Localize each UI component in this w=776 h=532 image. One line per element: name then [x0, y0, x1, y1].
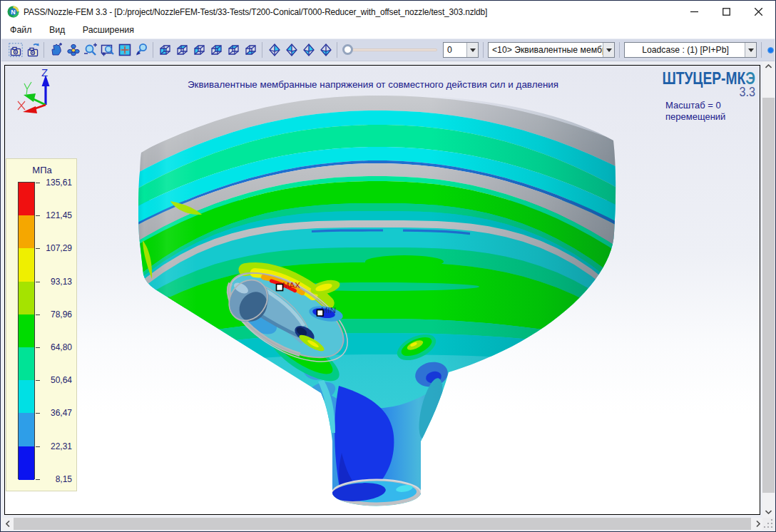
view-right-button[interactable] — [208, 42, 224, 58]
scale-spinner-arrow[interactable] — [466, 43, 478, 57]
horizontal-scrollbar[interactable] — [1, 518, 764, 530]
iso-view-3-button[interactable] — [300, 42, 316, 58]
view-left-button[interactable] — [191, 42, 207, 58]
legend-tick-label: 22,31 — [39, 441, 72, 451]
view-top-button[interactable] — [225, 42, 241, 58]
viewport-3d[interactable]: Z MAX MIN Эквивалентные мембранные напря… — [4, 65, 760, 515]
scale-slider-handle[interactable] — [342, 44, 353, 55]
close-button[interactable] — [742, 1, 775, 22]
zoom-dynamic-button[interactable] — [133, 42, 149, 58]
menu-extensions[interactable]: Расширения — [76, 22, 141, 39]
pan-button[interactable] — [48, 42, 63, 58]
toolbar-separator — [761, 42, 762, 58]
zoom-in-out-button[interactable] — [82, 42, 98, 58]
fit-view-icon — [118, 43, 132, 57]
loadcase-arrow[interactable] — [745, 43, 756, 57]
view-top-icon — [227, 43, 241, 57]
menu-bar: Файл Вид Расширения — [1, 22, 775, 39]
legend-color-block — [19, 215, 34, 249]
iso-view-2-icon — [285, 43, 299, 57]
toolbar-separator — [262, 42, 262, 58]
view-back-button[interactable] — [174, 42, 190, 58]
snapshot-icon — [9, 43, 23, 57]
toolbar-separator — [44, 42, 44, 58]
chevron-down-icon — [748, 48, 754, 55]
vertical-scrollbar[interactable] — [762, 61, 775, 519]
legend-tick-label: 78,96 — [39, 310, 72, 319]
svg-text:N: N — [11, 9, 16, 16]
legend-tick-label: 93,13 — [39, 277, 72, 287]
vertical-scrollbar-thumb[interactable] — [762, 98, 775, 493]
legend-color-block — [19, 380, 34, 414]
brand-version: 3.3 — [653, 84, 756, 100]
legend-tick-label: 121,45 — [39, 210, 72, 220]
legend-color-block — [19, 248, 34, 282]
iso-view-1-button[interactable] — [266, 42, 282, 58]
iso-view-1-icon — [267, 43, 282, 57]
scroll-up-button[interactable] — [762, 61, 775, 73]
result-type-value[interactable]: <10> Эквивалентные мембран — [489, 43, 603, 57]
loadcase-select[interactable]: Loadcase : (1) [PI+Pb] — [624, 42, 757, 58]
scale-spinner-value[interactable]: 0 — [444, 43, 466, 57]
horizontal-scrollbar-thumb[interactable] — [14, 518, 751, 530]
scale-slider[interactable] — [342, 42, 440, 58]
toolbar-separator — [337, 42, 337, 58]
iso-view-4-button[interactable] — [317, 42, 333, 58]
fit-view-button[interactable] — [116, 42, 132, 58]
plot-title: Эквивалентные мембранные напряжения от с… — [5, 79, 741, 90]
window-title: PASS/Nozzle-FEM 3.3 - [D:/project/Nozzle… — [24, 7, 487, 17]
snapshot-button[interactable] — [7, 42, 23, 58]
legend-tick-label: 135,61 — [39, 178, 72, 188]
legend-color-block — [19, 183, 34, 216]
iso-view-4-icon — [319, 43, 333, 57]
chevron-down-icon — [606, 48, 612, 55]
legend-tick-label: 36,47 — [39, 408, 72, 418]
menu-view[interactable]: Вид — [42, 22, 72, 39]
iso-view-2-button[interactable] — [283, 42, 299, 58]
toolbar-separator — [619, 42, 620, 58]
maximize-button[interactable] — [710, 1, 742, 22]
menu-file[interactable]: Файл — [3, 22, 39, 39]
result-type-select[interactable]: <10> Эквивалентные мембран — [488, 42, 615, 58]
title-bar[interactable]: N PASS/Nozzle-FEM 3.3 - [D:/project/Nozz… — [1, 1, 775, 22]
svg-text:Z: Z — [41, 66, 48, 78]
zoom-window-button[interactable] — [99, 42, 115, 58]
legend-color-block — [19, 347, 34, 381]
rotate-icon — [66, 43, 81, 57]
view-bottom-button[interactable] — [242, 42, 258, 58]
iso-view-3-icon — [302, 43, 316, 57]
view-front-button[interactable] — [157, 42, 173, 58]
scale-spinner[interactable]: 0 — [443, 42, 479, 58]
rotate-button[interactable] — [65, 42, 81, 58]
app-icon: N — [7, 6, 19, 18]
max-label: MAX — [282, 281, 300, 290]
view-bottom-icon — [244, 43, 258, 57]
toolbar: 0 <10> Эквивалентные мембран Loadcase : … — [1, 39, 775, 61]
snapshot-options-button[interactable] — [24, 42, 40, 58]
loadcase-value[interactable]: Loadcase : (1) [PI+Pb] — [625, 43, 745, 57]
legend-color-block — [19, 413, 34, 446]
zoom-dynamic-icon — [135, 43, 149, 57]
record-indicator-icon[interactable] — [767, 47, 774, 53]
zoom-in-out-icon — [83, 43, 98, 57]
view-front-icon — [158, 43, 173, 57]
model-3d-scene: Z MAX MIN — [5, 66, 760, 514]
legend-tick-label: 107,29 — [39, 243, 72, 253]
min-marker — [317, 310, 324, 317]
max-marker — [277, 285, 283, 291]
scroll-left-button[interactable] — [1, 518, 14, 530]
legend-color-block — [19, 282, 34, 315]
zoom-window-icon — [101, 43, 115, 57]
toolbar-separator — [153, 42, 153, 58]
snapshot-options-icon — [26, 43, 40, 57]
brand-block: ШТУЦЕР-МКЭ 3.3 Масштаб = 0 перемещений — [634, 68, 755, 122]
legend-tick-label: 50,64 — [39, 375, 72, 385]
view-right-icon — [210, 43, 224, 57]
chevron-down-icon — [470, 48, 476, 55]
result-type-arrow[interactable] — [603, 43, 614, 57]
stress-legend: МПа 135,61 121,45 107,29 93,13 78,96 64,… — [6, 158, 77, 491]
minimize-button[interactable] — [678, 1, 710, 22]
view-back-icon — [175, 43, 190, 57]
scale-slider-track[interactable] — [346, 48, 437, 51]
resize-grip[interactable] — [762, 518, 775, 530]
